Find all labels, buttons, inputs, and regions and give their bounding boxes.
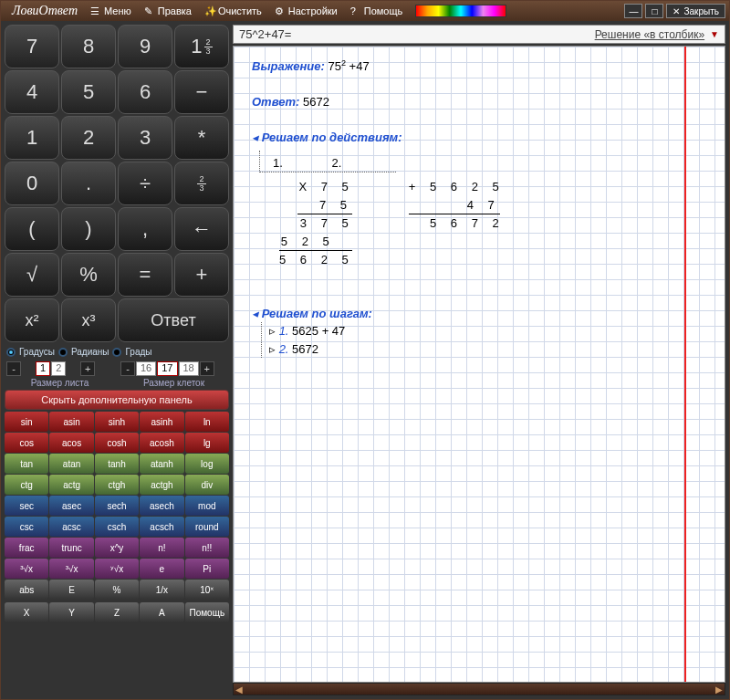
sci-ctg[interactable]: ctg [5, 475, 48, 495]
sci-cosh[interactable]: cosh [95, 433, 139, 453]
key-fraction[interactable]: 23 [174, 162, 229, 205]
key-lparen[interactable]: ( [5, 207, 59, 251]
sci-sech[interactable]: sech [95, 496, 139, 516]
sci-E[interactable]: E [49, 580, 93, 600]
sci-lg[interactable]: lg [185, 433, 229, 453]
key-rparen[interactable]: ) [61, 207, 116, 251]
sci-div[interactable]: div [185, 475, 229, 495]
solution-type-dropdown[interactable]: Решение «в столбик» [595, 28, 704, 41]
key-mixed-fraction[interactable]: 123 [174, 25, 229, 68]
color-spectrum[interactable] [415, 5, 506, 17]
key-divide[interactable]: ÷ [118, 162, 172, 205]
edit-button[interactable]: ✎Правка [139, 4, 197, 18]
sci-trunc[interactable]: trunc [49, 538, 93, 558]
sci-ycbrt[interactable]: ³√x [49, 559, 93, 579]
sci-xy[interactable]: x^y [95, 538, 139, 558]
var-a[interactable]: A [140, 602, 183, 622]
sci-tenx[interactable]: 10ˣ [185, 580, 229, 600]
sci-yroot[interactable]: ʸ√x [95, 559, 139, 579]
sci-acsch[interactable]: acsch [140, 517, 183, 537]
sci-frac[interactable]: frac [5, 538, 48, 558]
key-x2[interactable]: x² [5, 298, 59, 342]
var-z[interactable]: Z [95, 602, 139, 622]
horizontal-scrollbar[interactable]: ◀▶ [233, 683, 725, 695]
sci-atanh[interactable]: atanh [140, 454, 183, 474]
radio-grads[interactable] [112, 348, 121, 357]
angle-mode: Градусы Радианы Грады [5, 344, 229, 360]
sci-sinh[interactable]: sinh [95, 412, 139, 432]
settings-button[interactable]: ⚙Настройки [269, 4, 343, 18]
sci-abs[interactable]: abs [5, 580, 48, 600]
sci-log[interactable]: log [185, 454, 229, 474]
sci-tanh[interactable]: tanh [95, 454, 139, 474]
answer-button[interactable]: Ответ [118, 298, 229, 342]
hide-panel-button[interactable]: Скрыть дополнительную панель [5, 390, 229, 410]
sci-sec[interactable]: sec [5, 496, 48, 516]
menu-button[interactable]: ☰Меню [85, 4, 137, 18]
key-4[interactable]: 4 [5, 70, 59, 114]
help-small-button[interactable]: Помощь [185, 602, 229, 622]
sci-tan[interactable]: tan [5, 454, 48, 474]
sci-acsc[interactable]: acsc [49, 517, 93, 537]
sheet-size-plus[interactable]: + [80, 361, 95, 376]
sci-cbrt[interactable]: ³√x [5, 559, 48, 579]
maximize-button[interactable]: □ [645, 4, 663, 18]
key-9[interactable]: 9 [118, 25, 172, 68]
key-2[interactable]: 2 [61, 116, 116, 160]
sci-asech[interactable]: asech [140, 496, 183, 516]
sci-nfact2[interactable]: n!! [185, 538, 229, 558]
key-0[interactable]: 0 [5, 162, 59, 205]
var-x[interactable]: X [5, 602, 48, 622]
key-8[interactable]: 8 [61, 25, 116, 68]
clear-button[interactable]: ✨Очистить [199, 4, 267, 18]
key-6[interactable]: 6 [118, 70, 172, 114]
sci-mod[interactable]: mod [185, 496, 229, 516]
radio-radians[interactable] [58, 348, 68, 357]
sci-asec[interactable]: asec [49, 496, 93, 516]
sci-acosh[interactable]: acosh [140, 433, 183, 453]
sci-inv[interactable]: 1/x [140, 580, 183, 600]
sci-round[interactable]: round [185, 517, 229, 537]
key-backspace[interactable]: ← [174, 207, 229, 251]
expression-input[interactable]: 75^2+47= [239, 27, 595, 41]
key-minus[interactable]: − [174, 70, 229, 114]
sci-asinh[interactable]: asinh [140, 412, 183, 432]
cell-size-plus[interactable]: + [200, 361, 214, 376]
sci-csc[interactable]: csc [5, 517, 48, 537]
sheet-size-minus[interactable]: - [6, 361, 21, 376]
sci-ln[interactable]: ln [185, 412, 229, 432]
help-button[interactable]: ?Помощь [345, 4, 409, 18]
sci-actgh[interactable]: actgh [140, 475, 183, 495]
key-multiply[interactable]: * [174, 116, 229, 160]
key-x3[interactable]: x³ [61, 298, 116, 342]
sci-csch[interactable]: csch [95, 517, 139, 537]
key-sqrt[interactable]: √ [5, 253, 59, 297]
sci-atan[interactable]: atan [49, 454, 93, 474]
key-dot[interactable]: . [61, 162, 116, 205]
key-percent[interactable]: % [61, 253, 116, 297]
var-y[interactable]: Y [49, 602, 93, 622]
close-button[interactable]: ✕Закрыть [666, 4, 725, 18]
cell-size-minus[interactable]: - [120, 361, 135, 376]
key-equals[interactable]: = [118, 253, 172, 297]
key-5[interactable]: 5 [61, 70, 116, 114]
sci-acos[interactable]: acos [49, 433, 93, 453]
sci-sin[interactable]: sin [5, 412, 48, 432]
key-plus[interactable]: + [174, 253, 229, 297]
scroll-right-icon[interactable]: ▶ [715, 684, 723, 695]
key-1[interactable]: 1 [5, 116, 59, 160]
sci-asin[interactable]: asin [49, 412, 93, 432]
key-comma[interactable]: , [118, 207, 172, 251]
sci-cos[interactable]: cos [5, 433, 48, 453]
sci-nfact[interactable]: n! [140, 538, 183, 558]
scroll-left-icon[interactable]: ◀ [235, 684, 243, 695]
radio-degrees[interactable] [6, 348, 16, 357]
sci-ctgh[interactable]: ctgh [95, 475, 139, 495]
sci-perc[interactable]: % [95, 580, 139, 600]
sci-e[interactable]: e [140, 559, 183, 579]
key-7[interactable]: 7 [5, 25, 59, 68]
minimize-button[interactable]: — [624, 4, 642, 18]
sci-pi[interactable]: Pi [185, 559, 229, 579]
key-3[interactable]: 3 [118, 116, 172, 160]
sci-actg[interactable]: actg [49, 475, 93, 495]
